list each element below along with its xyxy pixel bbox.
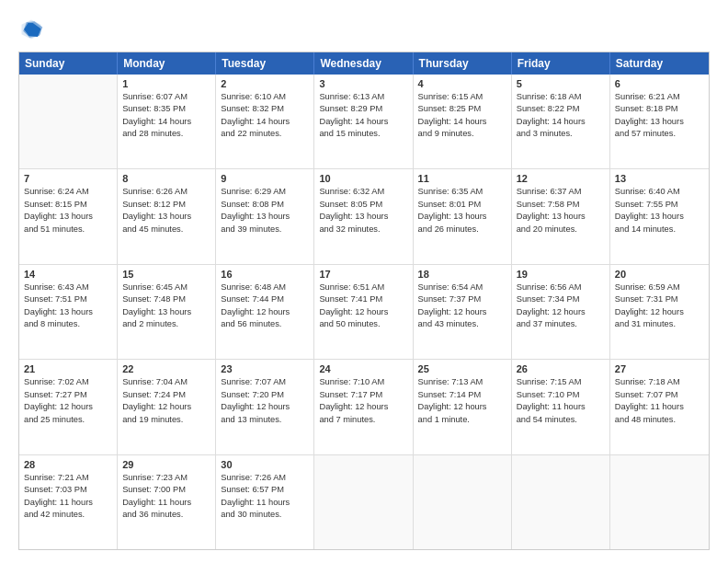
cell-line: Sunset: 7:31 PM (615, 293, 704, 305)
cell-line: Daylight: 12 hours (122, 401, 210, 413)
cell-line: and 37 minutes. (517, 318, 605, 330)
day-number: 13 (615, 173, 704, 184)
cell-line: and 57 minutes. (615, 128, 704, 140)
cell-line: Sunrise: 7:18 AM (615, 376, 704, 388)
calendar-cell: 14Sunrise: 6:43 AMSunset: 7:51 PMDayligh… (19, 265, 118, 359)
weekday-header: Monday (118, 52, 216, 75)
calendar-cell: 24Sunrise: 7:10 AMSunset: 7:17 PMDayligh… (314, 360, 413, 454)
cell-line: Daylight: 12 hours (24, 401, 112, 413)
cell-line: Daylight: 13 hours (24, 211, 112, 223)
day-number: 4 (418, 78, 506, 89)
cell-line: Sunset: 6:57 PM (221, 484, 309, 496)
cell-line: and 1 minute. (418, 414, 506, 426)
cell-line: Sunset: 8:12 PM (122, 199, 210, 211)
cell-line: and 48 minutes. (615, 414, 704, 426)
cell-line: Daylight: 12 hours (319, 401, 407, 413)
cell-line: Sunset: 7:00 PM (122, 484, 210, 496)
cell-line: Sunrise: 6:45 AM (122, 282, 210, 293)
cell-line: Sunset: 7:44 PM (221, 293, 309, 305)
cell-line: Sunrise: 6:10 AM (221, 91, 309, 103)
day-number: 19 (517, 269, 605, 280)
calendar-row: 14Sunrise: 6:43 AMSunset: 7:51 PMDayligh… (19, 265, 709, 360)
calendar-cell: 10Sunrise: 6:32 AMSunset: 8:05 PMDayligh… (314, 169, 413, 263)
cell-line: Daylight: 11 hours (24, 497, 112, 509)
cell-line: Sunset: 7:07 PM (615, 389, 704, 401)
cell-line: Daylight: 13 hours (122, 306, 210, 318)
cell-line: and 31 minutes. (615, 318, 704, 330)
calendar-cell: 20Sunrise: 6:59 AMSunset: 7:31 PMDayligh… (610, 265, 709, 359)
cell-line: and 56 minutes. (221, 318, 309, 330)
day-number: 23 (221, 363, 309, 374)
calendar-row: 7Sunrise: 6:24 AMSunset: 8:15 PMDaylight… (19, 169, 709, 264)
calendar-cell (610, 455, 709, 549)
cell-line: Sunrise: 6:07 AM (122, 91, 210, 103)
cell-line: Sunrise: 7:23 AM (122, 472, 210, 484)
day-number: 2 (221, 78, 309, 89)
cell-line: Sunset: 7:34 PM (517, 293, 605, 305)
page: SundayMondayTuesdayWednesdayThursdayFrid… (0, 0, 728, 563)
cell-line: and 50 minutes. (319, 318, 407, 330)
calendar-cell: 23Sunrise: 7:07 AMSunset: 7:20 PMDayligh… (216, 360, 314, 454)
cell-line: Sunset: 7:51 PM (24, 293, 112, 305)
cell-line: Daylight: 12 hours (221, 306, 309, 318)
calendar-cell: 18Sunrise: 6:54 AMSunset: 7:37 PMDayligh… (414, 265, 512, 359)
calendar: SundayMondayTuesdayWednesdayThursdayFrid… (18, 52, 710, 550)
cell-line: and 39 minutes. (221, 224, 309, 236)
cell-line: Daylight: 13 hours (615, 116, 704, 128)
cell-line: Sunrise: 7:21 AM (24, 472, 112, 484)
calendar-cell: 19Sunrise: 6:56 AMSunset: 7:34 PMDayligh… (512, 265, 610, 359)
cell-line: Daylight: 11 hours (122, 497, 210, 509)
cell-line: and 13 minutes. (221, 414, 309, 426)
cell-line: and 32 minutes. (319, 224, 407, 236)
cell-line: Daylight: 12 hours (418, 401, 506, 413)
cell-line: Sunrise: 6:26 AM (122, 186, 210, 198)
calendar-cell: 6Sunrise: 6:21 AMSunset: 8:18 PMDaylight… (610, 75, 709, 168)
weekday-header: Sunday (19, 52, 118, 75)
logo (18, 17, 48, 42)
calendar-cell: 22Sunrise: 7:04 AMSunset: 7:24 PMDayligh… (118, 360, 216, 454)
cell-line: Sunrise: 6:54 AM (418, 282, 506, 293)
calendar-cell: 28Sunrise: 7:21 AMSunset: 7:03 PMDayligh… (19, 455, 118, 549)
calendar-row: 28Sunrise: 7:21 AMSunset: 7:03 PMDayligh… (19, 455, 709, 549)
cell-line: Daylight: 12 hours (418, 306, 506, 318)
cell-line: and 19 minutes. (122, 414, 210, 426)
cell-line: and 2 minutes. (122, 318, 210, 330)
cell-line: and 20 minutes. (517, 224, 605, 236)
cell-line: Sunrise: 7:15 AM (517, 376, 605, 388)
calendar-header: SundayMondayTuesdayWednesdayThursdayFrid… (19, 52, 709, 75)
cell-line: Sunset: 7:48 PM (122, 293, 210, 305)
cell-line: Daylight: 13 hours (319, 211, 407, 223)
cell-line: Sunrise: 6:32 AM (319, 186, 407, 198)
day-number: 6 (615, 78, 704, 89)
cell-line: and 51 minutes. (24, 224, 112, 236)
cell-line: Sunrise: 6:18 AM (517, 91, 605, 103)
weekday-header: Friday (512, 52, 610, 75)
day-number: 14 (24, 269, 112, 280)
cell-line: Sunset: 7:27 PM (24, 389, 112, 401)
day-number: 11 (418, 173, 506, 184)
cell-line: and 45 minutes. (122, 224, 210, 236)
cell-line: Sunrise: 7:04 AM (122, 376, 210, 388)
logo-icon (18, 17, 44, 42)
cell-line: Daylight: 14 hours (221, 116, 309, 128)
cell-line: Daylight: 14 hours (122, 116, 210, 128)
cell-line: and 15 minutes. (319, 128, 407, 140)
cell-line: Daylight: 14 hours (418, 116, 506, 128)
calendar-cell (512, 455, 610, 549)
calendar-cell: 8Sunrise: 6:26 AMSunset: 8:12 PMDaylight… (118, 169, 216, 263)
day-number: 12 (517, 173, 605, 184)
calendar-cell: 26Sunrise: 7:15 AMSunset: 7:10 PMDayligh… (512, 360, 610, 454)
calendar-cell: 21Sunrise: 7:02 AMSunset: 7:27 PMDayligh… (19, 360, 118, 454)
cell-line: and 8 minutes. (24, 318, 112, 330)
calendar-cell: 12Sunrise: 6:37 AMSunset: 7:58 PMDayligh… (512, 169, 610, 263)
cell-line: Sunrise: 7:02 AM (24, 376, 112, 388)
day-number: 21 (24, 363, 112, 374)
cell-line: Sunset: 8:35 PM (122, 103, 210, 115)
day-number: 30 (221, 459, 309, 470)
cell-line: Sunrise: 7:07 AM (221, 376, 309, 388)
cell-line: Daylight: 12 hours (615, 306, 704, 318)
calendar-row: 21Sunrise: 7:02 AMSunset: 7:27 PMDayligh… (19, 360, 709, 454)
day-number: 22 (122, 363, 210, 374)
calendar-cell: 7Sunrise: 6:24 AMSunset: 8:15 PMDaylight… (19, 169, 118, 263)
cell-line: Sunrise: 6:29 AM (221, 186, 309, 198)
